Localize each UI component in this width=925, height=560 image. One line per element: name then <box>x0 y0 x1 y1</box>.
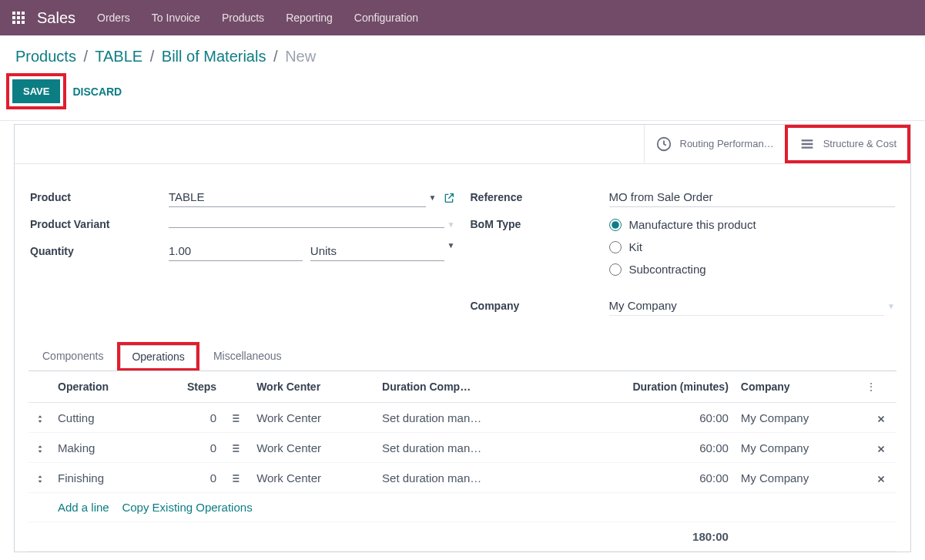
company-field[interactable]: My Company <box>609 296 885 316</box>
kebab-icon[interactable]: ⋮ <box>866 381 876 393</box>
discard-button[interactable]: DISCARD <box>72 86 122 98</box>
top-nav: Sales Orders To Invoice Products Reporti… <box>0 0 925 35</box>
steps-list-icon[interactable] <box>223 433 250 463</box>
cell-work-center[interactable]: Work Center <box>250 463 376 493</box>
delete-row-icon[interactable] <box>866 433 897 463</box>
cell-duration-comp[interactable]: Set duration man… <box>376 463 558 493</box>
routing-performance-button[interactable]: Routing Performan… <box>644 125 785 163</box>
cell-operation[interactable]: Finishing <box>52 463 155 493</box>
app-brand[interactable]: Sales <box>37 9 75 27</box>
radio-subcontracting[interactable]: Subcontracting <box>609 263 896 276</box>
delete-row-icon[interactable] <box>866 403 897 433</box>
col-duration-min: Duration (minutes) <box>558 371 735 403</box>
nav-to-invoice[interactable]: To Invoice <box>152 12 200 24</box>
caret-down-icon[interactable]: ▼ <box>447 241 455 261</box>
breadcrumb-table[interactable]: TABLE <box>95 48 142 65</box>
structure-cost-button[interactable]: Structure & Cost <box>785 125 910 163</box>
bom-type-radio-group: Manufacture this product Kit Subcontract… <box>609 218 896 285</box>
copy-operations-link[interactable]: Copy Existing Operations <box>122 501 252 514</box>
add-line-link[interactable]: Add a line <box>58 501 109 514</box>
drag-handle-icon[interactable] <box>28 403 52 433</box>
steps-list-icon[interactable] <box>223 403 250 433</box>
stat-bar: Routing Performan… Structure & Cost <box>15 125 910 164</box>
reference-field[interactable]: MO from Sale Order <box>609 187 896 207</box>
reference-label: Reference <box>471 191 609 203</box>
delete-row-icon[interactable] <box>866 463 897 493</box>
tab-miscellaneous[interactable]: Miscellaneous <box>199 342 296 371</box>
cell-duration-min[interactable]: 60:00 <box>558 463 735 493</box>
variant-label: Product Variant <box>30 218 169 230</box>
quantity-unit-field[interactable]: Units <box>310 241 444 261</box>
highlight-save: SAVE <box>6 73 66 109</box>
cell-steps[interactable]: 0 <box>155 433 223 463</box>
cell-work-center[interactable]: Work Center <box>250 403 376 433</box>
company-label: Company <box>471 300 609 312</box>
product-field[interactable]: TABLE <box>169 187 426 207</box>
breadcrumb-current: New <box>285 48 316 65</box>
breadcrumb-products[interactable]: Products <box>15 48 76 65</box>
breadcrumb: Products / TABLE / Bill of Materials / N… <box>15 48 910 65</box>
radio-manufacture[interactable]: Manufacture this product <box>609 218 896 231</box>
form-sheet: Routing Performan… Structure & Cost Prod… <box>14 124 911 552</box>
caret-down-icon[interactable]: ▼ <box>887 302 895 310</box>
tab-operations[interactable]: Operations <box>120 345 196 368</box>
cell-duration-min[interactable]: 60:00 <box>558 403 735 433</box>
cell-duration-comp[interactable]: Set duration man… <box>376 403 558 433</box>
drag-handle-icon[interactable] <box>28 463 52 493</box>
col-operation: Operation <box>52 371 155 403</box>
cell-operation[interactable]: Cutting <box>52 403 155 433</box>
cell-steps[interactable]: 0 <box>155 403 223 433</box>
nav-products[interactable]: Products <box>222 12 264 24</box>
col-company: Company <box>735 371 866 403</box>
form-body: Product TABLE ▼ Product Variant ▼ Quanti… <box>15 164 910 334</box>
table-row[interactable]: Finishing0Work CenterSet duration man…60… <box>28 463 897 493</box>
cell-company[interactable]: My Company <box>735 463 866 493</box>
total-duration: 180:00 <box>558 522 735 552</box>
nav-orders[interactable]: Orders <box>97 12 130 24</box>
operations-grid: Operation Steps Work Center Duration Com… <box>28 371 897 552</box>
external-link-icon[interactable] <box>443 190 455 203</box>
col-work-center: Work Center <box>250 371 376 403</box>
highlight-operations-tab: Operations <box>117 342 199 371</box>
tabs: Components Operations Miscellaneous <box>28 342 897 371</box>
variant-field[interactable] <box>169 221 444 228</box>
cell-duration-min[interactable]: 60:00 <box>558 433 735 463</box>
table-row[interactable]: Cutting0Work CenterSet duration man…60:0… <box>28 403 897 433</box>
save-button[interactable]: SAVE <box>12 79 60 103</box>
tab-components[interactable]: Components <box>28 342 117 371</box>
cell-operation[interactable]: Making <box>52 433 155 463</box>
cell-duration-comp[interactable]: Set duration man… <box>376 433 558 463</box>
cell-company[interactable]: My Company <box>735 433 866 463</box>
list-icon <box>799 136 816 153</box>
breadcrumb-row: Products / TABLE / Bill of Materials / N… <box>0 35 925 69</box>
nav-reporting[interactable]: Reporting <box>286 12 333 24</box>
clock-icon <box>655 136 672 153</box>
nav-configuration[interactable]: Configuration <box>354 12 418 24</box>
action-row: SAVE DISCARD <box>0 69 925 121</box>
cell-company[interactable]: My Company <box>735 403 866 433</box>
breadcrumb-bom[interactable]: Bill of Materials <box>162 48 266 65</box>
apps-icon[interactable] <box>12 12 25 24</box>
caret-down-icon[interactable]: ▼ <box>447 220 455 229</box>
bom-type-label: BoM Type <box>471 218 609 230</box>
cell-work-center[interactable]: Work Center <box>250 433 376 463</box>
radio-kit[interactable]: Kit <box>609 240 896 253</box>
quantity-field[interactable] <box>169 241 303 261</box>
steps-list-icon[interactable] <box>223 463 250 493</box>
cell-steps[interactable]: 0 <box>155 463 223 493</box>
drag-handle-icon[interactable] <box>28 433 52 463</box>
col-duration-comp: Duration Comp… <box>376 371 558 403</box>
quantity-label: Quantity <box>30 245 169 257</box>
table-row[interactable]: Making0Work CenterSet duration man…60:00… <box>28 433 897 463</box>
product-label: Product <box>30 191 169 203</box>
caret-down-icon[interactable]: ▼ <box>429 193 437 202</box>
col-steps: Steps <box>155 371 223 403</box>
